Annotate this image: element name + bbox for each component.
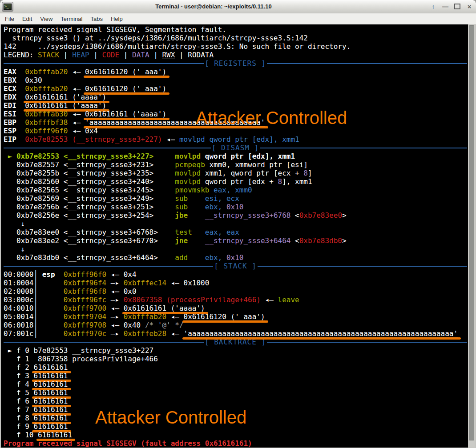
terminal-line: __strncpy_ssse3 () at ../sysdeps/i386/i6… xyxy=(4,34,467,42)
terminal-line: 01:0004│ 0xbfff96f4 —▸ 0xbfffec14 ◂— 0x1… xyxy=(4,279,467,287)
terminal-line: ► f 0 b7e82553 __strncpy_ssse3+227 xyxy=(4,346,467,355)
terminal-line: 04:0010│ 0xbfff9700 ◂— 0x61616161 ('aaaa… xyxy=(4,304,467,312)
terminal-line: 0xb7e8255b <__strncpy_ssse3+235> movlpd … xyxy=(4,169,467,177)
scrollbar[interactable] xyxy=(468,24,475,448)
highlighted-value: 61616161 xyxy=(33,405,68,414)
terminal-line: Program received signal SIGSEGV, Segment… xyxy=(4,25,467,34)
highlighted-value: 0x61616120 (' aaa') xyxy=(184,312,265,321)
menu-item-tabs[interactable]: Tabs xyxy=(86,14,106,24)
terminal-line: 0xb7e83ee0 <__strncpy_ssse3+6768> test e… xyxy=(4,228,467,236)
terminal-content: Program received signal SIGSEGV, Segment… xyxy=(0,24,476,448)
terminal-line: f 5 61616161 xyxy=(4,388,467,397)
terminal-line: EIP 0xb7e82553 (__strncpy_ssse3+227) ◂— … xyxy=(4,135,467,144)
terminal-line: f 1 8067358 processPrivilage+466 xyxy=(4,355,467,363)
terminal-line: 0xb7e82565 <__strncpy_ssse3+245> pmovmsk… xyxy=(4,186,467,194)
menu-item-view[interactable]: View xyxy=(36,14,56,24)
terminal-line: ↓ xyxy=(4,245,467,253)
menu-item-terminal[interactable]: Terminal xyxy=(56,14,86,24)
highlighted-value: 'aaaaaaaaaaaaaaaaaaaaaaaaaaaaaaaaaaaaaaa… xyxy=(184,329,458,338)
menu-item-edit[interactable]: Edit xyxy=(18,14,36,24)
highlighted-value: 61616161 xyxy=(33,388,68,397)
highlighted-value: 0x61616161 ('aaaa') xyxy=(85,110,166,118)
terminal-line: 0xb7e82569 <__strncpy_ssse3+249> sub esi… xyxy=(4,194,467,203)
highlighted-value: 61616161 xyxy=(33,380,68,388)
terminal-line: 00:0000│ esp 0xbfff96f0 ◂— 0x4 xyxy=(4,270,467,279)
highlighted-value: 61616161 xyxy=(33,397,68,405)
terminal-line: 0xb7e83db0 <__strncpy_ssse3+6464> add eb… xyxy=(4,253,467,262)
minimize-icon: — xyxy=(442,3,448,10)
scrollbar-thumb[interactable] xyxy=(469,25,474,440)
maximize-button[interactable] xyxy=(453,3,461,11)
section-header: [ REGISTERS ] xyxy=(4,59,467,68)
terminal-line: f 6 61616161 xyxy=(4,397,467,405)
terminal-line: 0xb7e83ee2 <__strncpy_ssse3+6770> jne __… xyxy=(4,236,467,245)
section-header: [ STACK ] xyxy=(4,262,467,270)
terminal-line: f 3 61616161 xyxy=(4,372,467,380)
highlighted-value: 61616161 xyxy=(33,372,68,380)
maximize-icon xyxy=(454,4,460,9)
terminal-line: EBX 0x30 xyxy=(4,76,467,84)
titlebar[interactable]: >_ Terminal - user@debian: ~/exploits/0.… xyxy=(0,0,476,13)
highlighted-value: 0x61616120 (' aaa') xyxy=(85,84,166,93)
terminal-line: 0xb7e8256e <__strncpy_ssse3+254> jbe __s… xyxy=(4,211,467,220)
attacker-controlled-annotation-backtrace: Attacker Controlled xyxy=(95,408,246,428)
close-icon: × xyxy=(468,3,471,10)
terminal-output[interactable]: Program received signal SIGSEGV, Segment… xyxy=(1,24,467,448)
terminal-line: ↓ xyxy=(4,220,467,228)
terminal-line: f 10 61616161 xyxy=(4,431,467,439)
terminal-line: 07:001c│ 0xbfff970c —▸ 0xbfffeb28 ◂— 'aa… xyxy=(4,329,467,338)
section-header-label: [ STACK ] xyxy=(213,262,258,270)
menu-item-file[interactable]: File xyxy=(1,14,18,24)
terminal-line: EAX 0xbfffab20 ◂— 0x61616120 (' aaa') xyxy=(4,68,467,76)
shade-button[interactable]: ↑ xyxy=(429,3,437,11)
highlighted-value: 0x61616161 ('aaaa') xyxy=(25,101,106,110)
menu-item-help[interactable]: Help xyxy=(107,14,127,24)
terminal-line: Program received signal SIGSEGV (fault a… xyxy=(4,439,467,448)
highlighted-value: 61616161 xyxy=(33,414,68,422)
attacker-controlled-annotation-registers: Attacker Controlled xyxy=(196,108,347,128)
terminal-line: 03:000c│ 0xbfff96fc —▸ 0x8067358 (proces… xyxy=(4,296,467,304)
terminal-line: LEGEND: STACK | HEAP | CODE | DATA | RWX… xyxy=(4,51,467,59)
terminal-line: 0xb7e8256b <__strncpy_ssse3+251> sub ebx… xyxy=(4,203,467,211)
menu-bar: FileEditViewTerminalTabsHelp xyxy=(0,13,476,24)
terminal-line: ECX 0xbfffab20 ◂— 0x61616120 (' aaa') xyxy=(4,84,467,93)
window-buttons: ↑ — × xyxy=(429,0,473,13)
terminal-line: 02:0008│ 0xbfff96f8 ◂— 0x0 xyxy=(4,287,467,296)
section-header-label: [ DISASM ] xyxy=(211,144,260,152)
terminal-line: 0xb7e82557 <__strncpy_ssse3+231> pcmpeqb… xyxy=(4,160,467,169)
highlighted-value: 0x61616120 (' aaa') xyxy=(85,68,166,76)
terminal-line: 142 ../sysdeps/i386/i686/multiarch/strcp… xyxy=(4,42,467,51)
section-header: [ DISASM ] xyxy=(4,144,467,152)
shade-arrow-icon: ↑ xyxy=(432,3,435,10)
terminal-line: ► 0xb7e82553 <__strncpy_ssse3+227> movlp… xyxy=(4,152,467,160)
highlighted-value: 0x61616161 ('aaaa') xyxy=(124,304,205,312)
terminal-line: 05:0014│ 0xbfff9704 —▸ 0xbfffab20 ◂— 0x6… xyxy=(4,312,467,321)
terminal-line: EDX 0x61616161 ('aaaa') xyxy=(4,93,467,101)
highlighted-value: 61616161 xyxy=(33,422,68,431)
highlighted-value: 0x61616161 ('aaaa') xyxy=(25,93,106,101)
close-button[interactable]: × xyxy=(465,3,473,11)
highlighted-value: 61616161 xyxy=(33,363,68,372)
highlighted-value: 61616161 xyxy=(38,431,72,439)
terminal-line: f 2 61616161 xyxy=(4,363,467,372)
section-header-label: [ REGISTERS ] xyxy=(204,59,267,68)
window-title: Terminal - user@debian: ~/exploits/0.11.… xyxy=(0,3,427,10)
terminal-line: 0xb7e82560 <__strncpy_ssse3+240> movlpd … xyxy=(4,177,467,186)
terminal-window: >_ Terminal - user@debian: ~/exploits/0.… xyxy=(0,0,476,448)
minimize-button[interactable]: — xyxy=(441,3,449,11)
terminal-line: f 4 61616161 xyxy=(4,380,467,388)
